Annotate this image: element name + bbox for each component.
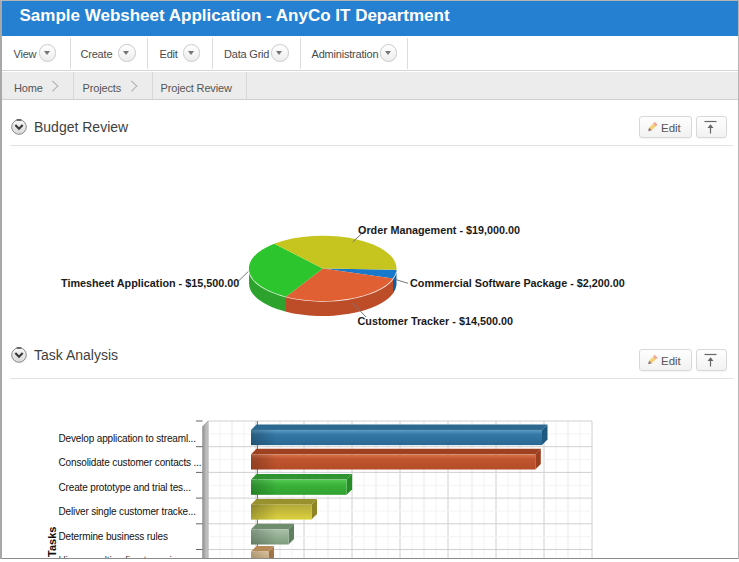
svg-text:Deliver single customer tracke: Deliver single customer tracke...: [59, 506, 196, 517]
svg-text:Consolidate customer contacts: Consolidate customer contacts ...: [59, 457, 202, 468]
svg-text:Determine business rules: Determine business rules: [59, 531, 168, 542]
svg-text:Create prototype and trial tes: Create prototype and trial tes...: [59, 482, 191, 493]
svg-text:Commercial Software Package -: Commercial Software Package - $2,200.00: [410, 277, 625, 289]
svg-text:Timesheet Application - $15,50: Timesheet Application - $15,500.00: [61, 277, 239, 289]
svg-text:Tasks: Tasks: [46, 527, 58, 557]
svg-text:Order Management - $19,000.00: Order Management - $19,000.00: [358, 224, 520, 236]
svg-text:Develop application to streaml: Develop application to streaml...: [59, 433, 196, 444]
svg-text:Edit: Edit: [661, 355, 682, 367]
svg-text:Customer Tracker - $14,500.00: Customer Tracker - $14,500.00: [358, 315, 513, 327]
svg-text:Edit: Edit: [661, 122, 682, 134]
